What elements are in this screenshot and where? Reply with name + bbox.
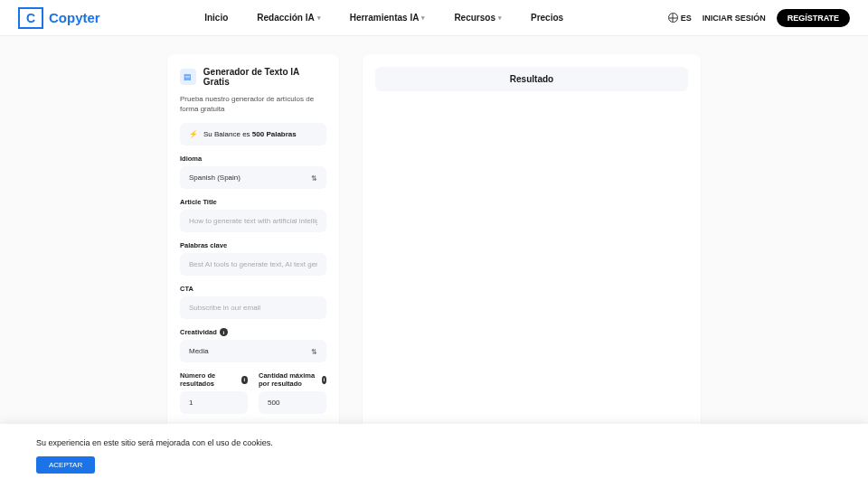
chevron-down-icon: ▾ — [317, 14, 321, 22]
keywords-label: Palabras clave — [180, 241, 326, 249]
info-icon[interactable]: i — [220, 328, 228, 336]
main-content: ▤ Generador de Texto IA Gratis Prueba nu… — [0, 36, 868, 488]
article-title-label: Article Title — [180, 198, 326, 206]
logo-icon: C — [18, 7, 43, 29]
main-nav: Inicio Redacción IA▾ Herramientas IA▾ Re… — [204, 13, 563, 23]
bolt-icon: ⚡ — [189, 130, 198, 138]
nav-herramientas[interactable]: Herramientas IA▾ — [350, 13, 426, 23]
num-results-label: Número de resultados i — [180, 371, 248, 388]
chevron-down-icon: ▾ — [421, 14, 425, 22]
header: C Copyter Inicio Redacción IA▾ Herramien… — [0, 0, 868, 36]
info-icon[interactable]: i — [322, 376, 326, 384]
generator-subtitle: Prueba nuestro generador de artículos de… — [180, 94, 326, 114]
logo[interactable]: C Copyter — [18, 7, 100, 29]
info-icon[interactable]: i — [241, 376, 248, 384]
sign-in-link[interactable]: INICIAR SESIÓN — [703, 14, 766, 23]
article-title-input[interactable] — [180, 210, 326, 232]
chevron-down-icon: ▾ — [498, 14, 502, 22]
language-label: Idioma — [180, 155, 326, 163]
globe-icon — [668, 13, 678, 23]
keywords-input[interactable] — [180, 253, 326, 276]
nav-precios[interactable]: Precios — [531, 13, 563, 23]
num-results-input[interactable] — [180, 391, 248, 414]
creativity-select[interactable]: Media — [180, 340, 326, 362]
result-title: Resultado — [375, 67, 688, 91]
nav-redaccion[interactable]: Redacción IA▾ — [257, 13, 320, 23]
cta-label: CTA — [180, 285, 326, 293]
result-panel: Resultado — [363, 54, 701, 471]
balance-badge: ⚡ Su Balance es 500 Palabras — [180, 123, 326, 145]
cookie-accept-button[interactable]: ACEPTAR — [36, 456, 95, 474]
max-qty-label: Cantidad máxima por resultado i — [259, 371, 326, 388]
generator-title: Generador de Texto IA Gratis — [203, 67, 326, 87]
creativity-label: Creatividad i — [180, 328, 326, 336]
nav-inicio[interactable]: Inicio — [204, 13, 228, 23]
cookie-text: Su experiencia en este sitio será mejora… — [36, 438, 832, 447]
cta-input[interactable] — [180, 296, 326, 319]
nav-recursos[interactable]: Recursos▾ — [454, 13, 502, 23]
max-qty-input[interactable] — [259, 391, 326, 414]
language-selector[interactable]: ES — [668, 13, 692, 23]
cookie-banner: Su experiencia en este sitio será mejora… — [0, 424, 868, 488]
register-button[interactable]: REGÍSTRATE — [777, 9, 850, 27]
language-select[interactable]: Spanish (Spain) — [180, 166, 326, 189]
document-icon: ▤ — [180, 69, 196, 85]
header-right: ES INICIAR SESIÓN REGÍSTRATE — [668, 9, 850, 27]
logo-text: Copyter — [49, 10, 100, 25]
generator-panel: ▤ Generador de Texto IA Gratis Prueba nu… — [167, 54, 339, 471]
